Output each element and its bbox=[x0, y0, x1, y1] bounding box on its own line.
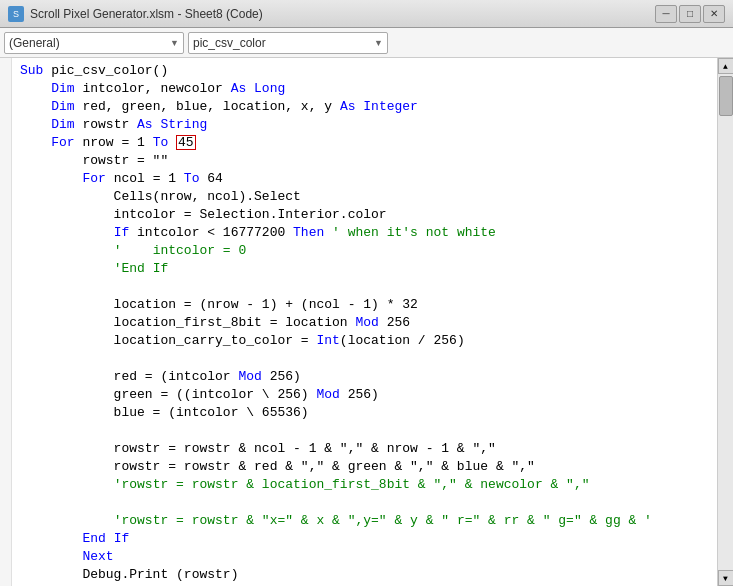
scroll-up-button[interactable]: ▲ bbox=[718, 58, 734, 74]
scrollbar-thumb[interactable] bbox=[719, 76, 733, 116]
minimize-button[interactable]: ─ bbox=[655, 5, 677, 23]
scrollbar-track[interactable] bbox=[718, 74, 733, 570]
procedure-dropdown[interactable]: pic_csv_color ▼ bbox=[188, 32, 388, 54]
scroll-down-button[interactable]: ▼ bbox=[718, 570, 734, 586]
toolbar: (General) ▼ pic_csv_color ▼ bbox=[0, 28, 733, 58]
editor-container: Sub pic_csv_color() Dim intcolor, newcol… bbox=[0, 58, 733, 586]
maximize-button[interactable]: □ bbox=[679, 5, 701, 23]
scroll-down-icon: ▼ bbox=[723, 574, 728, 583]
code-area[interactable]: Sub pic_csv_color() Dim intcolor, newcol… bbox=[12, 58, 717, 586]
general-dropdown-arrow: ▼ bbox=[170, 38, 179, 48]
general-dropdown-label: (General) bbox=[9, 36, 60, 50]
window-title: Scroll Pixel Generator.xlsm - Sheet8 (Co… bbox=[30, 7, 263, 21]
title-bar-title: S Scroll Pixel Generator.xlsm - Sheet8 (… bbox=[8, 6, 263, 22]
window-controls[interactable]: ─ □ ✕ bbox=[655, 5, 725, 23]
procedure-dropdown-arrow: ▼ bbox=[374, 38, 383, 48]
left-margin bbox=[0, 58, 12, 586]
general-dropdown[interactable]: (General) ▼ bbox=[4, 32, 184, 54]
vertical-scrollbar[interactable]: ▲ ▼ bbox=[717, 58, 733, 586]
scroll-up-icon: ▲ bbox=[723, 62, 728, 71]
title-bar: S Scroll Pixel Generator.xlsm - Sheet8 (… bbox=[0, 0, 733, 28]
procedure-dropdown-label: pic_csv_color bbox=[193, 36, 266, 50]
close-button[interactable]: ✕ bbox=[703, 5, 725, 23]
app-icon: S bbox=[8, 6, 24, 22]
code-block: Sub pic_csv_color() Dim intcolor, newcol… bbox=[20, 62, 709, 586]
